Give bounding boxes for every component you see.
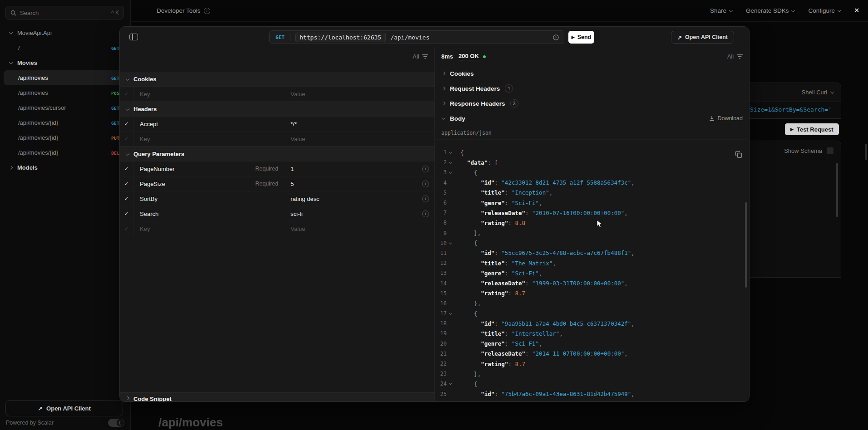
sidebar-group-models[interactable]: Models [0,160,130,175]
key-field[interactable]: Key [133,132,284,146]
row-checkbox[interactable]: ✓ [120,176,133,191]
sidebar-endpoint-api-movies-cursor-get[interactable]: /api/movies/cursorGET [0,100,130,115]
sidebar-toggle-icon[interactable] [129,34,138,40]
collapse-chevron-icon[interactable] [447,171,454,174]
row-checkbox[interactable]: ✓ [120,87,133,101]
page-scrollbar-thumb[interactable] [865,144,867,160]
value-field[interactable]: rating desci [284,191,434,206]
key-field[interactable]: Search [133,206,284,221]
sidebar-group-movieapi-api[interactable]: MovieApi.Api [0,25,130,40]
share-menu[interactable]: Share [710,7,732,14]
request-path[interactable]: /api/movies [390,34,552,41]
json-token: "The Matrix" [512,260,552,267]
response-body-section[interactable]: Body Download [435,111,749,126]
collapse-chevron-icon[interactable] [447,383,454,385]
key-field[interactable]: Accept [133,117,284,131]
value-text: rating desc [291,195,320,202]
row-checkbox[interactable]: ✓ [120,161,133,176]
show-schema-checkbox[interactable] [827,147,833,154]
json-token: , [549,189,553,196]
configure-menu[interactable]: Configure [808,7,841,14]
copy-icon[interactable] [735,151,743,158]
scrollbar-thumb[interactable] [745,202,747,288]
open-api-client-button[interactable]: ↗ Open API Client [5,400,123,416]
collapse-chevron-icon[interactable] [447,242,454,244]
json-token: "genre" [481,200,505,206]
address-bar[interactable]: GET https://localhost:62635 /api/movies [269,30,564,44]
value-field[interactable]: 1i [284,161,434,176]
param-row-pagesize: ✓PageSizeRequired5i [120,176,434,191]
close-button[interactable]: ✕ [851,5,863,16]
json-token: "genre" [481,270,505,277]
response-filter[interactable]: All [727,54,743,60]
key-field[interactable]: PageSizeRequired [133,176,284,191]
key-field[interactable]: SortBy [133,191,284,206]
sidebar-endpoint-api-movies-get[interactable]: /api/moviesGET [4,70,130,85]
search-shortcut: ^ K [111,10,119,16]
response-section-request-headers[interactable]: Request Headers1 [435,81,749,96]
value-field[interactable]: Value [284,221,434,236]
section-header-cookies[interactable]: Cookies [120,72,434,87]
key-field[interactable]: Key [133,221,284,236]
row-checkbox[interactable]: ✓ [120,191,133,206]
sidebar-group-movies[interactable]: Movies [0,55,130,70]
json-token: { [474,169,478,176]
generate-sdks-menu[interactable]: Generate SDKs [746,7,795,14]
sidebar-endpoint-api-movies-id-put[interactable]: /api/movies/{id}PUT [0,130,130,145]
value-field[interactable]: Value [284,87,434,101]
collapse-chevron-icon[interactable] [447,151,454,154]
info-icon[interactable]: i [422,166,429,172]
json-token: "Inception" [512,189,549,196]
test-request-button[interactable]: ▶ Test Request [785,123,839,135]
download-button[interactable]: Download [709,115,749,122]
json-line: 8 "rating": 8.8 [435,218,749,228]
value-field[interactable]: 5i [284,176,434,191]
value-field[interactable]: */* [284,117,434,131]
sidebar-endpoint-root-get[interactable]: /GET [0,40,130,55]
row-checkbox[interactable]: ✓ [120,221,133,236]
count-badge: 3 [510,99,518,108]
sidebar-endpoint-api-movies-id-get[interactable]: /api/movies/{id}GET [0,115,130,130]
line-number: 5 [437,190,447,196]
response-section-cookies[interactable]: Cookies [435,66,749,81]
value-placeholder: Value [291,136,305,142]
json-token: "data" [467,159,488,166]
line-number: 21 [437,351,447,357]
dark-mode-toggle[interactable]: ☾ [108,419,124,427]
collapse-chevron-icon[interactable] [447,161,454,164]
sidebar-endpoint-api-movies-post[interactable]: /api/moviesPOST [0,85,130,100]
json-token: , [631,179,635,186]
search-input[interactable]: Search ^ K [5,6,124,20]
sidebar-endpoint-api-movies-id-delete[interactable]: /api/movies/{id}DELETE [0,145,130,160]
json-token: "releaseDate" [481,350,525,357]
json-line: 3 { [435,167,749,177]
json-line: 1{ [435,147,749,157]
collapse-chevron-icon[interactable] [447,313,454,315]
section-header-query-parameters[interactable]: Query Parameters [120,147,434,161]
info-icon[interactable]: i [422,210,429,217]
send-button[interactable]: ▶ Send [568,31,594,44]
section-header-headers[interactable]: Headers [120,102,434,117]
key-field[interactable]: Key [133,87,284,101]
history-icon[interactable] [552,34,559,41]
external-link-icon: ↗ [38,405,43,412]
row-checkbox[interactable]: ✓ [120,117,133,131]
request-filter[interactable]: All [120,47,434,66]
server-url[interactable]: https://localhost:62635 [295,33,386,42]
key-field[interactable]: PageNumberRequired [133,161,284,176]
status-badge[interactable]: 200 OK [459,53,479,60]
response-section-response-headers[interactable]: Response Headers3 [435,96,749,111]
json-token: 8.8 [515,220,525,226]
value-field[interactable]: Value [284,132,434,146]
moon-icon: ☾ [117,419,124,426]
json-token: "id" [481,320,494,327]
info-icon[interactable]: i [422,181,429,187]
code-snippet-section[interactable]: Code Snippet [120,392,434,402]
info-icon[interactable]: i [422,195,429,202]
row-checkbox[interactable]: ✓ [120,132,133,146]
scrollbar-thumb[interactable] [836,163,838,217]
row-checkbox[interactable]: ✓ [120,206,133,221]
open-api-client-button-modal[interactable]: ↗ Open API Client [671,31,734,44]
value-field[interactable]: sci-fii [284,206,434,221]
configure-label: Configure [808,7,835,14]
